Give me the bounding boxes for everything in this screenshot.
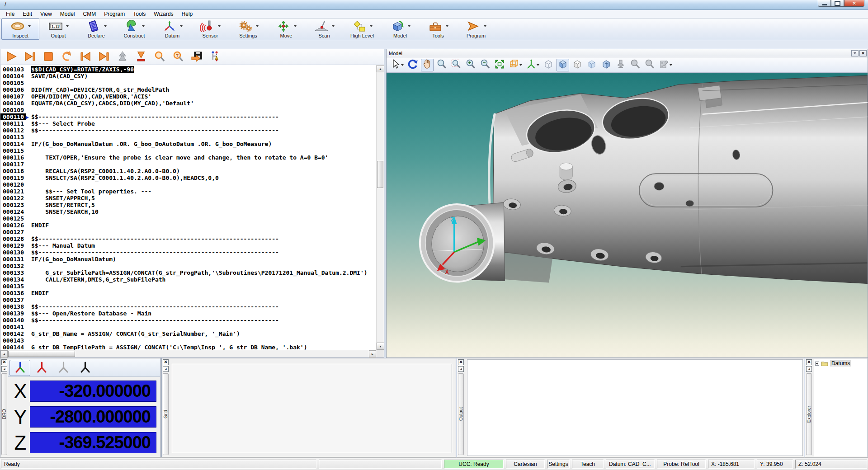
- scroll-left-icon[interactable]: [0, 350, 8, 358]
- code-line[interactable]: 000113: [0, 134, 376, 141]
- toolbar-group[interactable]: Inspect: [1, 19, 39, 40]
- code-line[interactable]: 000121 $$--- Set Tool properties. ---: [0, 188, 376, 195]
- dro-tab[interactable]: [31, 360, 52, 376]
- vertical-scroll-thumb[interactable]: [377, 161, 383, 188]
- status-segment[interactable]: Probe: RefTool: [657, 460, 706, 469]
- menu-item[interactable]: File: [2, 10, 19, 18]
- code-line[interactable]: 000131IF/(G_boo_DoManualDatum): [0, 256, 376, 263]
- code-line[interactable]: 000127: [0, 229, 376, 235]
- toolbar-group[interactable]: Declare: [77, 19, 115, 40]
- dropdown-caret[interactable]: [332, 25, 335, 27]
- dropdown-caret[interactable]: [294, 25, 297, 27]
- scroll-up-icon[interactable]: [377, 65, 384, 72]
- code-line[interactable]: 000114IF/(G_boo_DoManualDatum .OR. G_boo…: [0, 141, 376, 147]
- code-line[interactable]: 000111$$--- Select Probe: [0, 120, 376, 127]
- code-line[interactable]: 000119 SNSLCT/SA(RSP2_C0001.1.40.2.A0.0-…: [0, 174, 376, 181]
- menu-item[interactable]: CMM: [79, 10, 100, 18]
- vertical-scrollbar[interactable]: [376, 65, 384, 350]
- model-tool-button[interactable]: [658, 59, 673, 71]
- code-line[interactable]: 000105: [0, 80, 376, 86]
- dropdown-caret[interactable]: [670, 64, 672, 66]
- toolbar-group[interactable]: 1.23 Output: [39, 19, 77, 40]
- code-line[interactable]: 000132: [0, 263, 376, 269]
- dro-tab[interactable]: [75, 360, 95, 376]
- code-line[interactable]: 000125: [0, 215, 376, 222]
- code-line[interactable]: 000118 RECALL/SA(RSP2_C0001.1.40.2.A0.0-…: [0, 168, 376, 174]
- scroll-down-icon[interactable]: [377, 343, 384, 350]
- menu-item[interactable]: Program: [100, 10, 129, 18]
- code-line[interactable]: 000133 G_str_SubFilePath=ASSIGN/CONCAT(G…: [0, 269, 376, 276]
- status-segment[interactable]: Cartesian: [506, 460, 545, 469]
- code-line[interactable]: 000116 TEXT/OPER,'Ensure the probe is cl…: [0, 154, 376, 161]
- code-line[interactable]: 000117: [0, 161, 376, 168]
- code-line[interactable]: 000141: [0, 324, 376, 330]
- menu-item[interactable]: Model: [56, 10, 79, 18]
- horizontal-scrollbar[interactable]: [0, 350, 376, 357]
- dropdown-caret[interactable]: [484, 25, 486, 27]
- code-line[interactable]: 000122 SNSET/APPRCH,5: [0, 195, 376, 202]
- status-segment[interactable]: Settings: [547, 460, 570, 469]
- code-line[interactable]: 000130$$--------------------------------…: [0, 249, 376, 256]
- dropdown-caret[interactable]: [370, 25, 373, 27]
- playback-button[interactable]: [135, 51, 147, 63]
- model-tool-button[interactable]: [479, 59, 491, 71]
- dropdown-caret[interactable]: [408, 25, 410, 27]
- playback-button[interactable]: [79, 51, 92, 63]
- grid-close-icon[interactable]: [163, 359, 169, 365]
- model-tool-button[interactable]: [435, 59, 448, 71]
- dropdown-caret[interactable]: [142, 25, 145, 27]
- dropdown-caret[interactable]: [218, 25, 221, 27]
- status-segment[interactable]: Teach: [572, 460, 604, 469]
- tree-item-datums[interactable]: Datums: [815, 360, 867, 367]
- toolbar-group[interactable]: Move: [267, 19, 305, 40]
- model-tool-button[interactable]: [629, 59, 642, 71]
- code-line[interactable]: 000136ENDIF: [0, 290, 376, 296]
- playback-button[interactable]: [24, 51, 36, 63]
- code-line[interactable]: 000128$$--------------------------------…: [0, 235, 376, 242]
- explorer-close-icon[interactable]: [806, 359, 812, 365]
- model-tool-button[interactable]: [493, 59, 506, 71]
- playback-button[interactable]: [116, 51, 129, 63]
- code-line[interactable]: 000144G_str_DB_TempFilePath = ASSIGN/ CO…: [0, 344, 376, 350]
- toolbar-group[interactable]: Settings: [229, 19, 267, 40]
- maximize-button[interactable]: [831, 0, 844, 7]
- model-tool-button[interactable]: [406, 59, 419, 71]
- status-segment[interactable]: Datum: CAD_C...: [606, 460, 655, 469]
- playback-button[interactable]: [153, 51, 166, 63]
- scroll-right-icon[interactable]: [369, 350, 376, 358]
- playback-button[interactable]: [5, 51, 18, 63]
- code-line[interactable]: 000137: [0, 296, 376, 303]
- dro-tab[interactable]: [53, 360, 74, 376]
- code-line[interactable]: 000108EQUATE/DA(CAD_CSY),CADCS,DID(MY_CA…: [0, 100, 376, 107]
- model-tool-button[interactable]: [643, 59, 656, 71]
- model-panel-close-icon[interactable]: [859, 50, 867, 56]
- code-line[interactable]: 000129$$--- Manual Datum: [0, 242, 376, 249]
- dropdown-caret[interactable]: [446, 25, 448, 27]
- code-line[interactable]: 000120: [0, 181, 376, 188]
- code-line[interactable]: 000109: [0, 107, 376, 113]
- dropdown-caret[interactable]: [537, 64, 539, 66]
- output-collapse-icon[interactable]: [458, 366, 464, 372]
- menu-item[interactable]: Edit: [19, 10, 36, 18]
- toolbar-group[interactable]: Model: [381, 19, 419, 40]
- code-line[interactable]: 000115: [0, 147, 376, 154]
- playback-button[interactable]: [98, 51, 110, 63]
- 3d-model-canvas[interactable]: Z X: [387, 73, 868, 357]
- toolbar-group[interactable]: Tools: [419, 19, 457, 40]
- code-line[interactable]: 000123 SNSET/RETRCT,5: [0, 202, 376, 208]
- grid-collapse-icon[interactable]: [163, 366, 169, 372]
- model-tool-button[interactable]: [600, 59, 613, 71]
- minimize-button[interactable]: [818, 0, 831, 7]
- menu-item[interactable]: Wizards: [150, 10, 177, 18]
- code-area[interactable]: 000103$$D(CAD_CSY)=ROTATE/ZAXIS,-9000010…: [0, 65, 376, 350]
- toolbar-group[interactable]: Scan: [305, 19, 343, 40]
- dropdown-caret[interactable]: [519, 64, 522, 66]
- code-line[interactable]: 000104SAVE/DA(CAD_CSY): [0, 73, 376, 80]
- code-line[interactable]: 000110▶$$-------------------------------…: [0, 113, 376, 120]
- model-tool-button[interactable]: [557, 59, 569, 71]
- expand-icon[interactable]: [815, 362, 819, 366]
- model-tool-button[interactable]: [450, 59, 462, 71]
- code-line[interactable]: 000142G_str_DB_Name = ASSIGN/ CONCAT(G_s…: [0, 330, 376, 337]
- playback-button[interactable]: [209, 51, 222, 63]
- explorer-collapse-icon[interactable]: [806, 366, 812, 372]
